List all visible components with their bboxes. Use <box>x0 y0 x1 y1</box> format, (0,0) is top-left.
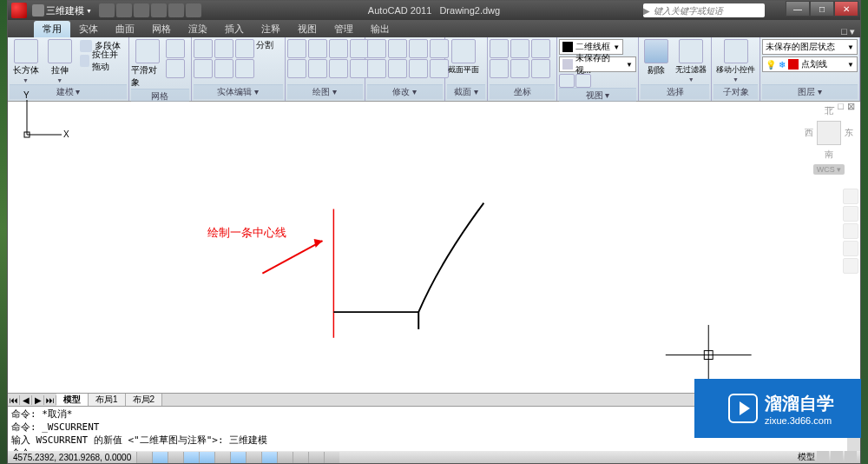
layout-prev-icon[interactable]: ◀ <box>20 395 32 405</box>
tab-render[interactable]: 渲染 <box>180 21 216 37</box>
search-box[interactable]: ▶ <box>643 3 765 17</box>
qat-save-icon[interactable] <box>134 3 149 17</box>
view-tool1[interactable] <box>559 74 575 88</box>
watermark-url: zixue.3d66.com <box>765 415 834 426</box>
qat-open-icon[interactable] <box>116 3 132 17</box>
qat-print-icon[interactable] <box>186 3 201 17</box>
dyn-toggle[interactable] <box>261 452 277 463</box>
tab-model[interactable]: 模型 <box>56 394 89 406</box>
extrude-button[interactable]: 拉伸▼ <box>43 39 76 83</box>
intersect-icon[interactable] <box>214 39 233 58</box>
rect-icon[interactable] <box>329 39 348 58</box>
ucs-icon5[interactable] <box>531 39 550 58</box>
tpy-toggle[interactable] <box>293 452 308 463</box>
app-logo-icon[interactable] <box>11 3 27 18</box>
layout-last-icon[interactable]: ⏭ <box>44 395 56 405</box>
model-space-label[interactable]: 模型 <box>798 451 815 463</box>
tab-manage[interactable]: 管理 <box>326 21 362 37</box>
fillet-icon[interactable] <box>409 59 428 78</box>
close-button[interactable]: ✕ <box>834 1 858 17</box>
maximize-button[interactable]: □ <box>810 1 834 17</box>
smooth-icon <box>135 39 160 63</box>
tab-annotate[interactable]: 注释 <box>253 21 289 37</box>
move-icon[interactable] <box>367 39 386 58</box>
view-cube[interactable] <box>817 121 841 145</box>
nav-zoom-icon[interactable] <box>843 223 858 239</box>
trim-icon[interactable] <box>409 39 428 58</box>
3dosnap-toggle[interactable] <box>214 452 230 463</box>
tab-surface[interactable]: 曲面 <box>107 21 143 37</box>
nav-wheel-icon[interactable] <box>843 189 858 204</box>
tab-insert[interactable]: 插入 <box>216 21 253 37</box>
layout-first-icon[interactable]: ⏮ <box>8 395 20 405</box>
otrack-toggle[interactable] <box>230 452 246 463</box>
qp-toggle[interactable] <box>308 452 324 463</box>
qat-redo-icon[interactable] <box>168 3 184 17</box>
ucs-icon1[interactable] <box>490 39 509 58</box>
cull-button[interactable]: 剔除 <box>641 39 672 76</box>
layout-next-icon[interactable]: ▶ <box>32 395 44 405</box>
search-input[interactable] <box>650 6 765 16</box>
box-button[interactable]: 长方体▼ <box>10 39 42 83</box>
spline-icon[interactable] <box>329 59 348 78</box>
smooth-button[interactable]: 平滑对象 <box>131 39 164 89</box>
subtract-icon[interactable] <box>194 59 213 78</box>
saved-view-combo[interactable]: 未保存的视...▼ <box>559 56 636 72</box>
ucs-icon3[interactable] <box>510 39 529 58</box>
mesh-tool2[interactable] <box>166 59 185 78</box>
layer-state-combo[interactable]: 未保存的图层状态▼ <box>762 39 858 55</box>
lwt-toggle[interactable] <box>277 452 293 463</box>
filter-button[interactable]: 无过滤器▼ <box>674 39 709 83</box>
sc-toggle[interactable] <box>324 452 339 463</box>
nav-south: 南 <box>825 149 833 161</box>
arc-icon[interactable] <box>308 39 327 58</box>
ortho-toggle[interactable] <box>168 452 183 463</box>
snap-toggle[interactable] <box>136 452 152 463</box>
help-icon[interactable]: □ ▾ <box>841 26 855 37</box>
tab-layout2[interactable]: 布局2 <box>126 394 163 406</box>
union-icon[interactable] <box>194 39 213 58</box>
qat-new-icon[interactable] <box>99 3 115 17</box>
workspace-dropdown[interactable]: 三维建模 ▼ <box>32 4 92 17</box>
ucs-icon6[interactable] <box>531 59 550 78</box>
tab-layout1[interactable]: 布局1 <box>89 394 126 406</box>
ucs-icon4[interactable] <box>510 59 529 78</box>
wcs-dropdown[interactable]: WCS ▾ <box>813 164 845 175</box>
polar-toggle[interactable] <box>183 452 199 463</box>
split-icon[interactable] <box>235 59 254 78</box>
cull-icon <box>644 39 668 63</box>
tab-solid[interactable]: 实体 <box>70 21 107 37</box>
copy-icon[interactable] <box>388 39 407 58</box>
tab-mesh[interactable]: 网格 <box>143 21 180 37</box>
view-tool2[interactable] <box>575 74 591 88</box>
status-tool3[interactable] <box>845 451 857 461</box>
nav-pan-icon[interactable] <box>843 206 858 222</box>
qat-undo-icon[interactable] <box>151 3 167 17</box>
presspull-button[interactable]: 按住并拖动 <box>77 54 127 68</box>
gizmo-button[interactable]: 移动小控件▼ <box>713 39 758 83</box>
slice-icon[interactable] <box>214 59 233 78</box>
tab-output[interactable]: 输出 <box>362 21 398 37</box>
mesh-tool1[interactable] <box>166 39 185 58</box>
osnap-toggle[interactable] <box>199 452 214 463</box>
grid-toggle[interactable] <box>152 452 168 463</box>
status-tool1[interactable] <box>817 451 829 461</box>
layer-combo[interactable]: 💡❄ 点划线▼ <box>762 56 858 72</box>
nav-orbit-icon[interactable] <box>843 241 858 256</box>
circle-icon[interactable] <box>287 59 306 78</box>
ducs-toggle[interactable] <box>246 452 261 463</box>
drawing-canvas[interactable]: —□⊠ 绘制一条中心线 Y X 北 西 <box>8 102 860 394</box>
line-icon[interactable] <box>287 39 306 58</box>
rotate-icon[interactable] <box>367 59 386 78</box>
shell-icon[interactable] <box>235 39 254 58</box>
nav-bar <box>843 189 858 274</box>
mirror-icon[interactable] <box>388 59 407 78</box>
ucs-icon2[interactable] <box>490 59 509 78</box>
status-tool2[interactable] <box>831 451 843 461</box>
nav-showmo-icon[interactable] <box>843 258 858 274</box>
tab-view[interactable]: 视图 <box>289 21 326 37</box>
pline-icon[interactable] <box>308 59 327 78</box>
section-plane-button[interactable]: 截面平面 <box>447 39 480 76</box>
tab-home[interactable]: 常用 <box>34 21 70 37</box>
minimize-button[interactable]: — <box>786 1 810 17</box>
